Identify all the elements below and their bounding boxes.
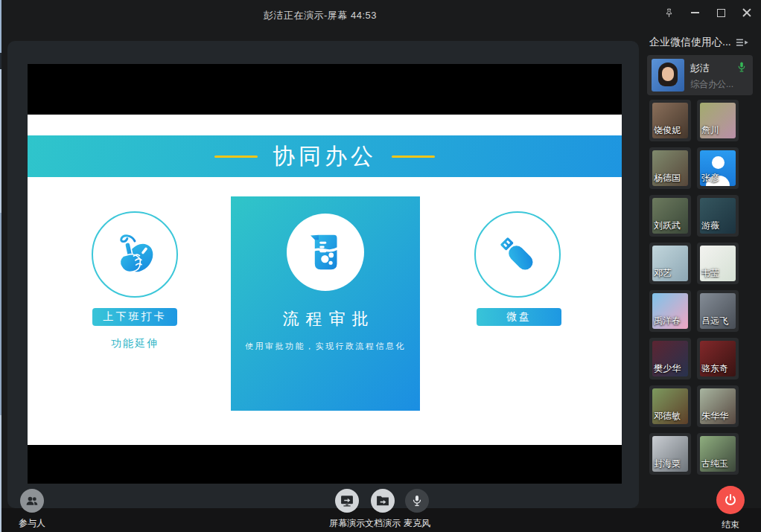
participant-tile[interactable]: 封海粟 bbox=[649, 433, 691, 475]
participant-tile[interactable]: 刘跃武 bbox=[649, 195, 691, 237]
host-avatar bbox=[652, 59, 684, 92]
end-meeting-button[interactable]: 结束 bbox=[713, 486, 748, 531]
participant-name: 吕远飞 bbox=[701, 315, 728, 327]
participant-tile[interactable]: 詹川 bbox=[697, 100, 739, 141]
participant-tile[interactable]: 杨德国 bbox=[649, 147, 691, 189]
participant-tile[interactable]: 邓艺 bbox=[649, 243, 691, 284]
minimize-icon[interactable] bbox=[685, 4, 704, 21]
mic-icon[interactable] bbox=[405, 489, 429, 513]
participant-tile[interactable]: 韦莹 bbox=[697, 243, 739, 284]
mouse-click-icon bbox=[108, 228, 162, 281]
participant-tile[interactable]: 吕远飞 bbox=[697, 290, 739, 332]
end-label: 结束 bbox=[722, 519, 739, 531]
mic-on-icon bbox=[736, 61, 747, 76]
host-department: 综合办公... bbox=[690, 78, 733, 91]
participant-tile[interactable]: 张彦 bbox=[697, 147, 739, 189]
participants-button[interactable]: 参与人 bbox=[14, 489, 50, 530]
participant-tile[interactable]: 古纯玉 bbox=[697, 433, 739, 475]
participants-label: 参与人 bbox=[19, 517, 45, 530]
mic-label: 麦克风 bbox=[404, 517, 430, 530]
mic-button[interactable]: 麦克风 bbox=[399, 489, 435, 530]
screen-share-icon[interactable] bbox=[335, 489, 359, 513]
participant-name: 朱华华 bbox=[701, 410, 728, 423]
wedrive-button: 微盘 bbox=[477, 308, 561, 326]
host-name: 彭洁 bbox=[690, 62, 710, 75]
approval-card-circle bbox=[287, 214, 364, 291]
approval-title: 流程审批 bbox=[231, 308, 420, 330]
participant-tile[interactable]: 邓德敏 bbox=[649, 385, 691, 427]
slide-banner-title: 协同办公 bbox=[273, 141, 377, 172]
presenter-text: 彭洁正在演示-屏幕 bbox=[264, 10, 348, 21]
participant-name: 樊少华 bbox=[654, 362, 681, 375]
participant-tile[interactable]: 禹洋春 bbox=[649, 290, 691, 332]
participant-grid: 饶俊妮詹川杨德国张彦刘跃武游薇邓艺韦莹禹洋春吕远飞樊少华骆东奇邓德敏朱华华封海粟… bbox=[649, 100, 739, 475]
approval-card: 流程审批 使用审批功能，实现行政流程信息化 bbox=[231, 196, 420, 411]
participant-tile[interactable]: 骆东奇 bbox=[697, 338, 739, 379]
power-icon[interactable] bbox=[716, 486, 745, 514]
participant-name: 邓德敏 bbox=[654, 410, 681, 423]
slide-banner: 协同办公 bbox=[28, 135, 622, 177]
background-window-edge bbox=[0, 0, 1, 532]
participant-name: 古纯玉 bbox=[701, 458, 728, 470]
attendance-button: 上下班打卡 bbox=[92, 308, 177, 326]
banner-dash-right bbox=[392, 156, 435, 158]
meeting-topic: 企业微信使用心... bbox=[649, 36, 731, 49]
approval-description: 使用审批功能，实现行政流程信息化 bbox=[231, 341, 420, 352]
participant-tile[interactable]: 朱华华 bbox=[697, 385, 739, 427]
beaker-icon bbox=[302, 229, 348, 275]
usb-drive-icon bbox=[493, 230, 542, 279]
people-icon[interactable] bbox=[20, 489, 44, 513]
banner-dash-left bbox=[214, 156, 258, 158]
participant-name: 禹洋春 bbox=[654, 315, 681, 327]
participant-name: 詹川 bbox=[701, 124, 719, 137]
wedrive-card-circle bbox=[474, 211, 561, 298]
pin-icon[interactable] bbox=[659, 4, 678, 21]
doc-share-icon[interactable] bbox=[371, 489, 395, 513]
participant-tile[interactable]: 饶俊妮 bbox=[649, 100, 691, 141]
close-icon[interactable] bbox=[737, 4, 757, 21]
participant-name: 刘跃武 bbox=[654, 219, 681, 232]
presentation-stage: 协同办公 bbox=[7, 41, 639, 508]
participant-name: 韦莹 bbox=[701, 267, 719, 280]
titlebar: 彭洁正在演示-屏幕 44:53 bbox=[0, 0, 761, 30]
attendance-card-circle bbox=[92, 211, 178, 298]
collapse-list-icon[interactable] bbox=[736, 37, 749, 48]
sidebar-header: 企业微信使用心... bbox=[649, 34, 757, 51]
participant-name: 邓艺 bbox=[654, 267, 672, 280]
maximize-icon[interactable] bbox=[711, 4, 730, 21]
meeting-window: 彭洁正在演示-屏幕 44:53 协同办公 bbox=[0, 0, 761, 532]
presenting-title: 彭洁正在演示-屏幕 44:53 bbox=[0, 9, 640, 22]
doc-share-button[interactable]: 文档演示 bbox=[362, 489, 404, 530]
participant-name: 杨德国 bbox=[654, 172, 681, 185]
participant-name: 游薇 bbox=[701, 219, 719, 232]
window-controls bbox=[659, 4, 757, 21]
participant-tile[interactable]: 游薇 bbox=[697, 195, 739, 237]
participant-tile[interactable]: 樊少华 bbox=[649, 338, 691, 379]
participant-name: 封海粟 bbox=[654, 458, 681, 470]
participant-name: 张彦 bbox=[701, 172, 719, 185]
doc-share-label: 文档演示 bbox=[365, 517, 401, 530]
host-participant-row[interactable]: 彭洁 综合办公... bbox=[647, 55, 753, 95]
participant-name: 骆东奇 bbox=[701, 362, 728, 375]
attendance-caption: 功能延伸 bbox=[92, 337, 178, 350]
screen-share-label: 屏幕演示 bbox=[329, 517, 365, 530]
shared-screen-slide: 协同办公 bbox=[28, 64, 622, 484]
meeting-timer: 44:53 bbox=[351, 10, 377, 21]
participant-name: 饶俊妮 bbox=[654, 124, 681, 137]
